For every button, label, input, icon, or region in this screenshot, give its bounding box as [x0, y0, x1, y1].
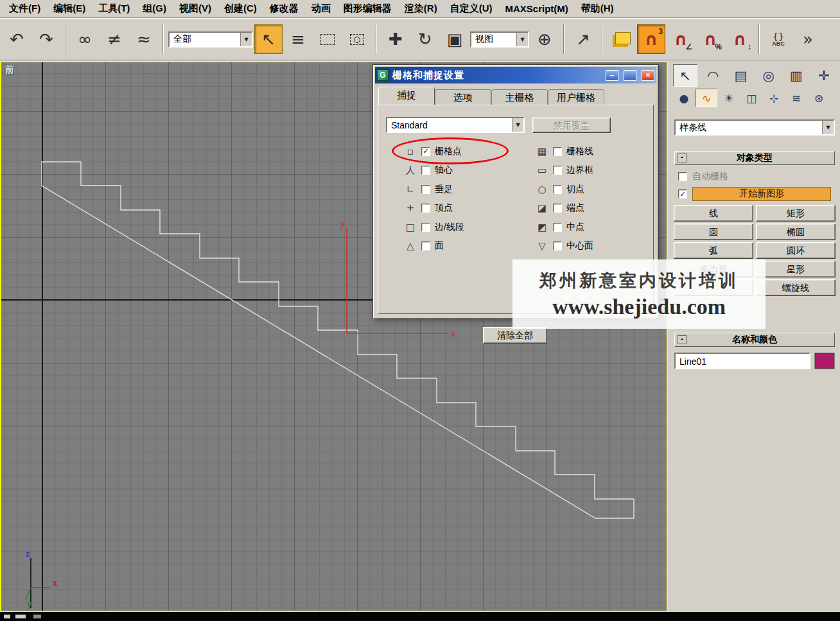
object-name-field[interactable]: Line01	[674, 353, 810, 369]
menu-customize[interactable]: 自定义(U)	[444, 1, 499, 17]
select-link-button[interactable]: ∞	[71, 24, 99, 54]
snap-toggle-button[interactable]: ∩ 3	[637, 24, 665, 54]
systems-category-button[interactable]: ⊛	[808, 89, 830, 107]
ref-coord-dropdown[interactable]: 视图	[470, 31, 529, 48]
center-face-checkbox[interactable]	[553, 241, 562, 250]
maximize-button[interactable]	[624, 70, 636, 81]
select-by-name-button[interactable]: ≡	[284, 24, 312, 54]
menu-maxscript[interactable]: MAXScript(M)	[498, 1, 574, 16]
axis-y-label: y	[340, 218, 345, 229]
shape-star-button[interactable]: 星形	[756, 261, 836, 277]
tab-options[interactable]: 选项	[435, 89, 491, 105]
create-tab[interactable]: ↖	[673, 64, 697, 87]
edge-segment-checkbox[interactable]	[421, 223, 430, 232]
shape-text-button[interactable]	[674, 279, 753, 296]
display-tab[interactable]: ▥	[784, 64, 809, 87]
toolbar-overflow-button[interactable]: »	[794, 24, 822, 54]
bounding-box-checkbox[interactable]	[553, 166, 562, 175]
menu-animation[interactable]: 动画	[305, 1, 337, 17]
midpoint-label: 中点	[566, 222, 584, 233]
hierarchy-tab[interactable]: ▤	[728, 64, 753, 87]
start-new-shape-checkbox[interactable]: ✓	[678, 189, 687, 198]
endpoint-checkbox[interactable]	[553, 204, 562, 213]
shape-arc-button[interactable]: 弧	[674, 242, 753, 259]
redo-button[interactable]: ↷	[32, 24, 60, 54]
shape-circle-button[interactable]: 圆	[674, 223, 753, 240]
collapse-icon[interactable]: -	[678, 335, 687, 344]
perpendicular-label: 垂足	[435, 184, 453, 195]
midpoint-checkbox[interactable]	[553, 223, 562, 232]
use-center-button[interactable]: ⊕	[530, 24, 559, 54]
minimize-button[interactable]: –	[606, 70, 618, 81]
shape-helix-button[interactable]: 螺旋线	[756, 279, 836, 296]
menu-views[interactable]: 视图(V)	[173, 1, 218, 17]
lights-category-button[interactable]: ☀	[718, 89, 740, 107]
command-panel-tabs: ↖ ◠ ▤ ◎ ▥ ✛	[669, 61, 840, 87]
spinner-snap-button[interactable]: ∩ ↕	[726, 24, 754, 54]
shape-rectangle-button[interactable]: 矩形	[756, 205, 836, 222]
shape-ngon-button[interactable]: 多边形	[674, 261, 753, 277]
cameras-category-button[interactable]: ◫	[740, 89, 762, 107]
close-button[interactable]: ×	[642, 70, 654, 81]
toolbar-separator	[162, 24, 164, 54]
name-color-rollout-header[interactable]: - 名称和颜色	[674, 333, 835, 347]
menu-help[interactable]: 帮助(H)	[575, 1, 620, 17]
move-button[interactable]: ✚	[381, 24, 410, 54]
menu-tools[interactable]: 工具(T)	[92, 1, 136, 17]
crossing-selection-button[interactable]	[343, 24, 371, 54]
vertex-checkbox[interactable]	[421, 204, 430, 213]
object-type-title: 对象类型	[737, 152, 773, 164]
selection-filter-dropdown[interactable]: 全部	[168, 31, 253, 48]
snap-type-dropdown[interactable]: Standard	[386, 117, 525, 133]
grid-lines-checkbox[interactable]	[553, 147, 562, 156]
perpendicular-checkbox[interactable]	[421, 185, 430, 194]
geometry-category-button[interactable]: ●	[673, 89, 695, 107]
rect-selection-button[interactable]	[313, 24, 342, 54]
menu-modifiers[interactable]: 修改器	[263, 1, 305, 17]
named-selections-button[interactable]: {} ABC	[764, 24, 792, 54]
shape-line-button[interactable]: 线	[674, 205, 753, 222]
collapse-icon[interactable]: -	[678, 153, 687, 162]
spinner-badge: ↕	[748, 42, 751, 51]
menu-rendering[interactable]: 渲染(R)	[398, 1, 444, 17]
utilities-tab[interactable]: ✛	[812, 64, 836, 87]
spacewarps-category-button[interactable]: ≋	[785, 89, 807, 107]
link-icon: ∞	[78, 31, 92, 48]
shape-donut-button[interactable]: 圆环	[756, 242, 836, 259]
tab-user-grids[interactable]: 用户栅格	[548, 89, 604, 105]
select-object-button[interactable]: ↖	[254, 24, 283, 54]
tangent-checkbox[interactable]	[553, 185, 562, 194]
helpers-category-button[interactable]: ⊹	[763, 89, 785, 107]
scale-button[interactable]: ▣	[441, 24, 469, 54]
menu-graph-editors[interactable]: 图形编辑器	[337, 1, 398, 17]
tab-home-grid[interactable]: 主栅格	[491, 89, 548, 105]
menu-group[interactable]: 组(G)	[136, 1, 173, 17]
dialog-titlebar[interactable]: G 栅格和捕捉设置 – ×	[375, 67, 656, 83]
shapes-category-button[interactable]: ∿	[696, 89, 717, 107]
menu-edit[interactable]: 编辑(E)	[47, 1, 92, 17]
bind-spacewarp-button[interactable]: ≈	[130, 24, 158, 54]
object-color-swatch[interactable]	[814, 353, 835, 369]
angle-snap-button[interactable]: ∩ ∠	[667, 24, 695, 54]
autogrid-checkbox[interactable]	[678, 172, 687, 181]
keyboard-override-button[interactable]	[608, 24, 636, 54]
face-icon: △	[404, 240, 417, 252]
manipulate-button[interactable]: ↗	[569, 24, 597, 54]
menu-file[interactable]: 文件(F)	[3, 1, 47, 17]
percent-snap-button[interactable]: ∩ %	[696, 24, 724, 54]
modify-tab[interactable]: ◠	[701, 64, 725, 87]
tab-snaps[interactable]: 捕捉	[378, 87, 435, 105]
shape-category-dropdown[interactable]: 样条线	[674, 119, 835, 136]
rotate-button[interactable]: ↻	[411, 24, 439, 54]
unlink-button[interactable]: ≠	[100, 24, 128, 54]
face-checkbox[interactable]	[421, 241, 430, 250]
menu-create[interactable]: 创建(C)	[218, 1, 263, 17]
clear-all-button[interactable]: 清除全部	[483, 327, 547, 344]
motion-tab[interactable]: ◎	[757, 64, 781, 87]
shape-ellipse-button[interactable]: 椭圆	[756, 223, 836, 240]
grid-points-checkbox[interactable]: ✓	[421, 147, 430, 156]
select-arrow-icon: ↖	[261, 31, 276, 48]
pivot-checkbox[interactable]	[421, 166, 430, 175]
object-type-rollout-header[interactable]: - 对象类型	[674, 151, 835, 165]
undo-button[interactable]: ↶	[3, 24, 31, 54]
